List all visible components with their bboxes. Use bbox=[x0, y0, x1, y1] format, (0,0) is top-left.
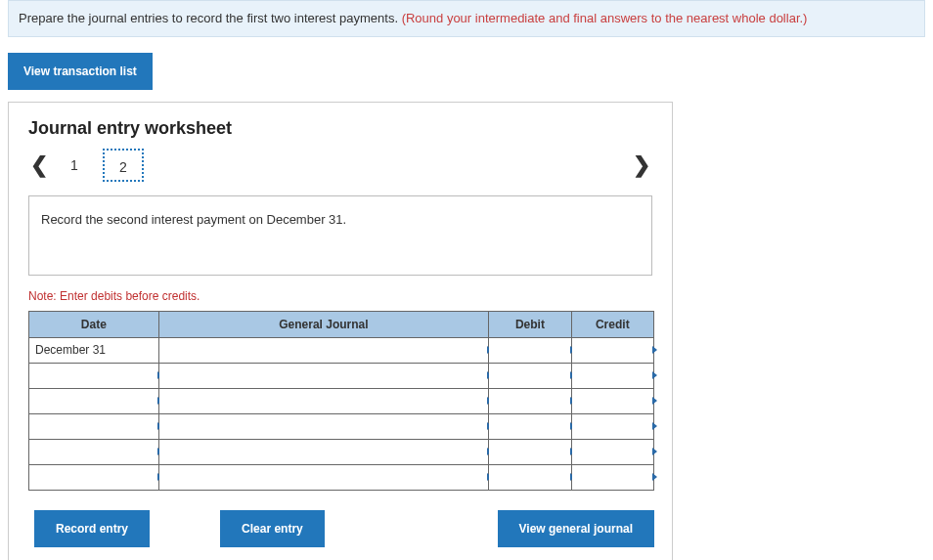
journal-entry-worksheet: Journal entry worksheet ❮ 1 2 ❯ Record t… bbox=[8, 102, 673, 561]
general-journal-cell[interactable] bbox=[158, 413, 489, 439]
transaction-prompt: Record the second interest payment on De… bbox=[28, 195, 652, 276]
record-entry-button[interactable]: Record entry bbox=[34, 510, 150, 547]
table-row: December 31 bbox=[29, 337, 654, 363]
journal-entry-table: Date General Journal Debit Credit Decemb… bbox=[28, 311, 654, 491]
instruction-hint: (Round your intermediate and final answe… bbox=[402, 11, 808, 25]
table-row bbox=[29, 439, 654, 464]
debit-cell[interactable] bbox=[489, 388, 571, 413]
pager-page-2[interactable]: 2 bbox=[103, 149, 144, 182]
general-journal-cell[interactable] bbox=[158, 388, 489, 413]
debit-cell[interactable] bbox=[489, 337, 571, 363]
table-row bbox=[29, 464, 654, 490]
clear-entry-button[interactable]: Clear entry bbox=[220, 510, 325, 547]
pager: ❮ 1 2 ❯ bbox=[28, 149, 652, 182]
col-header-debit: Debit bbox=[489, 311, 571, 337]
credit-cell[interactable] bbox=[571, 337, 653, 363]
debit-cell[interactable] bbox=[489, 413, 571, 439]
chevron-right-icon[interactable]: ❯ bbox=[631, 152, 652, 178]
debit-credit-note: Note: Enter debits before credits. bbox=[28, 289, 652, 303]
col-header-credit: Credit bbox=[571, 311, 653, 337]
debit-cell[interactable] bbox=[489, 439, 571, 464]
date-cell[interactable] bbox=[29, 464, 159, 490]
debit-cell[interactable] bbox=[489, 363, 571, 388]
button-row: Record entry Clear entry View general jo… bbox=[28, 510, 654, 547]
chevron-left-icon[interactable]: ❮ bbox=[28, 152, 50, 178]
general-journal-cell[interactable] bbox=[158, 363, 489, 388]
table-row bbox=[29, 363, 654, 388]
worksheet-title: Journal entry worksheet bbox=[28, 118, 652, 139]
date-cell[interactable] bbox=[29, 363, 159, 388]
general-journal-cell[interactable] bbox=[158, 439, 489, 464]
date-cell[interactable] bbox=[29, 439, 159, 464]
instruction-text: Prepare the journal entries to record th… bbox=[19, 11, 402, 25]
table-row bbox=[29, 388, 654, 413]
credit-cell[interactable] bbox=[571, 388, 653, 413]
date-cell[interactable] bbox=[29, 413, 159, 439]
date-cell[interactable] bbox=[29, 388, 159, 413]
credit-cell[interactable] bbox=[571, 413, 653, 439]
view-general-journal-button[interactable]: View general journal bbox=[498, 510, 654, 547]
col-header-general-journal: General Journal bbox=[158, 311, 489, 337]
credit-cell[interactable] bbox=[571, 439, 653, 464]
general-journal-cell[interactable] bbox=[158, 464, 489, 490]
debit-cell[interactable] bbox=[489, 464, 571, 490]
col-header-date: Date bbox=[29, 311, 159, 337]
credit-cell[interactable] bbox=[571, 363, 653, 388]
general-journal-cell[interactable] bbox=[158, 337, 489, 363]
table-row bbox=[29, 413, 654, 439]
view-transaction-list-button[interactable]: View transaction list bbox=[8, 53, 153, 90]
instruction-box: Prepare the journal entries to record th… bbox=[8, 0, 925, 37]
credit-cell[interactable] bbox=[571, 464, 653, 490]
date-cell[interactable]: December 31 bbox=[29, 337, 159, 363]
pager-page-1[interactable]: 1 bbox=[54, 149, 95, 182]
